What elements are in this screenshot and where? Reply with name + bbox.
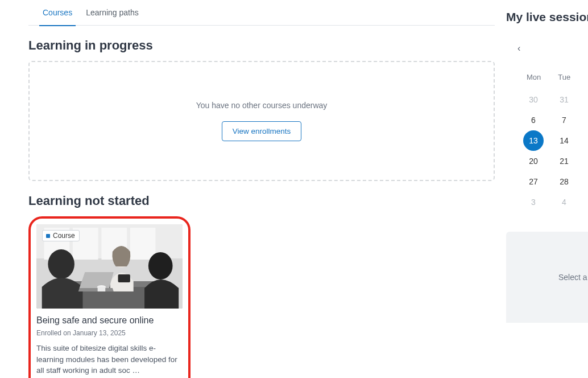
- svg-point-8: [48, 249, 74, 279]
- calendar-day[interactable]: 31: [557, 95, 571, 104]
- calendar-nav: ‹: [506, 43, 588, 54]
- calendar-day-headers: Mon Tue: [506, 73, 588, 81]
- calendar-prev-icon[interactable]: ‹: [517, 43, 520, 54]
- empty-courses-message: You have no other courses underway: [196, 101, 328, 110]
- svg-rect-5: [130, 228, 156, 260]
- calendar-day[interactable]: 21: [557, 157, 571, 166]
- course-type-badge: Course: [42, 230, 80, 241]
- course-card[interactable]: Course Being safe and secure online Enro…: [28, 216, 191, 378]
- tab-courses[interactable]: Courses: [43, 1, 72, 24]
- calendar-select-panel: Select a: [506, 232, 588, 323]
- course-card-title: Being safe and secure online: [36, 315, 183, 326]
- calendar-day[interactable]: 7: [557, 116, 571, 125]
- course-card-description: This suite of bitesize digital skills e-…: [36, 343, 183, 376]
- sidebar-title: My live session: [506, 10, 588, 24]
- day-header-mon: Mon: [527, 73, 541, 81]
- calendar-day[interactable]: 4: [557, 198, 571, 207]
- calendar-day-selected[interactable]: 13: [527, 136, 540, 145]
- day-header-tue: Tue: [558, 73, 570, 81]
- course-card-image: Course: [36, 224, 183, 309]
- section-learning-not-started-title: Learning not started: [28, 194, 495, 208]
- calendar-day[interactable]: 28: [557, 177, 571, 186]
- calendar-day[interactable]: 27: [527, 177, 540, 186]
- view-enrollments-button[interactable]: View enrollments: [222, 121, 302, 141]
- svg-point-9: [148, 252, 173, 280]
- tab-learning-paths[interactable]: Learning paths: [86, 1, 139, 24]
- calendar-day[interactable]: 3: [527, 198, 540, 207]
- calendar-day[interactable]: 6: [527, 116, 540, 125]
- course-card-enrolled-date: Enrolled on January 13, 2025: [36, 329, 183, 337]
- calendar-day[interactable]: 20: [527, 157, 540, 166]
- calendar-day[interactable]: 30: [527, 95, 540, 104]
- in-progress-empty-box: You have no other courses underway View …: [28, 61, 495, 181]
- section-learning-in-progress-title: Learning in progress: [28, 38, 495, 53]
- calendar-day[interactable]: 14: [557, 136, 571, 145]
- tabs: Courses Learning paths: [28, 0, 495, 26]
- svg-rect-12: [98, 287, 106, 291]
- calendar-grid: 30316713142021272834: [506, 89, 588, 212]
- svg-rect-13: [118, 274, 130, 282]
